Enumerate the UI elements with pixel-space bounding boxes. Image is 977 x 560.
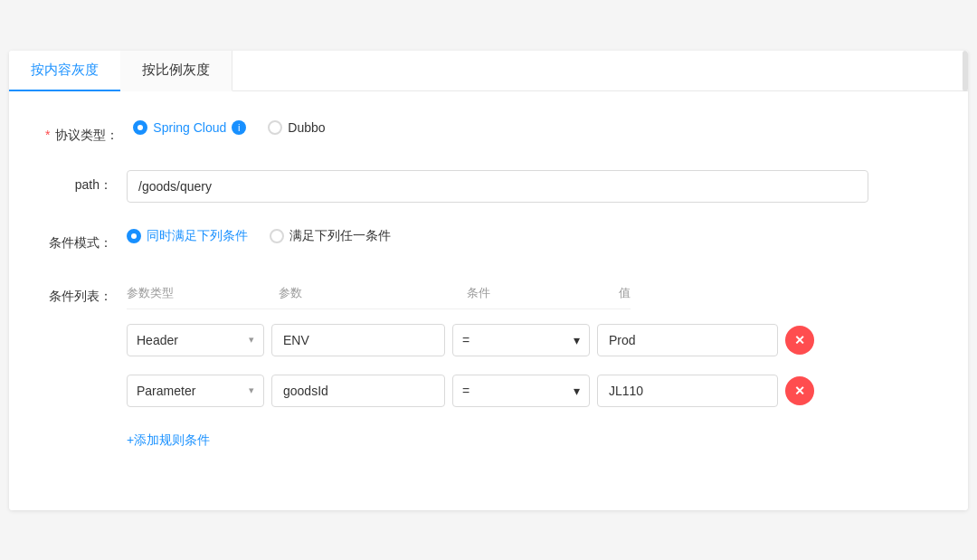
value-input-1[interactable]	[597, 324, 778, 356]
radio-spring-cloud-label: Spring Cloud	[153, 120, 226, 135]
cond-select-1-value: =	[462, 333, 470, 347]
radio-all-label: 同时满足下列条件	[147, 228, 248, 244]
add-rule-link[interactable]: +添加规则条件	[127, 432, 210, 449]
path-row: path：	[45, 170, 932, 203]
cond-select-2-value: =	[462, 384, 470, 398]
type-select-2[interactable]: Parameter ▾	[127, 375, 264, 407]
condition-mode-options: 同时满足下列条件 满足下列任一条件	[127, 228, 932, 244]
param-input-1[interactable]	[271, 324, 445, 356]
delete-row-1-button[interactable]	[785, 326, 814, 355]
path-input[interactable]	[127, 170, 868, 203]
condition-table-header: 参数类型 参数 条件 值	[127, 278, 631, 309]
radio-any-condition[interactable]: 满足下列任一条件	[270, 228, 391, 244]
form-content: * 协议类型： Spring Cloud i Dubbo path：	[9, 91, 968, 510]
header-cond: 条件	[467, 285, 612, 301]
header-type: 参数类型	[127, 285, 271, 301]
protocol-label: * 协议类型：	[45, 120, 133, 145]
value-input-2[interactable]	[597, 375, 778, 407]
radio-dubbo-label: Dubbo	[288, 120, 325, 135]
protocol-options: Spring Cloud i Dubbo	[133, 120, 932, 135]
tab-content-gray[interactable]: 按内容灰度	[9, 51, 120, 91]
type-select-2-chevron: ▾	[249, 384, 254, 396]
type-select-1[interactable]: Header ▾	[127, 324, 264, 356]
radio-any-circle	[270, 229, 284, 243]
path-label: path：	[45, 170, 127, 195]
type-select-2-value: Parameter	[137, 384, 195, 398]
radio-spring-cloud[interactable]: Spring Cloud i	[133, 120, 246, 135]
param-input-2[interactable]	[271, 375, 445, 407]
radio-any-label: 满足下列任一条件	[289, 228, 391, 244]
condition-list-control: 参数类型 参数 条件 值 Header ▾ = ▾	[127, 278, 932, 449]
main-card: 按内容灰度 按比例灰度 * 协议类型： Spring Cloud i	[9, 51, 968, 510]
tabs-bar: 按内容灰度 按比例灰度	[9, 51, 968, 91]
radio-dubbo-circle	[268, 120, 282, 135]
required-asterisk: *	[45, 128, 50, 142]
condition-row-1: Header ▾ = ▾	[127, 324, 814, 356]
cond-select-1[interactable]: = ▾	[452, 324, 590, 356]
cond-select-1-chevron: ▾	[574, 333, 580, 347]
spring-cloud-info-icon[interactable]: i	[232, 120, 246, 135]
condition-list-row: 条件列表： 参数类型 参数 条件 值 Header ▾	[45, 278, 932, 449]
path-control	[127, 170, 932, 203]
cond-select-2-chevron: ▾	[574, 384, 580, 398]
radio-spring-cloud-circle	[133, 120, 147, 135]
header-param: 参数	[279, 285, 460, 301]
protocol-row: * 协议类型： Spring Cloud i Dubbo	[45, 120, 932, 145]
tabs-wrapper: 按内容灰度 按比例灰度	[9, 51, 968, 91]
type-select-1-chevron: ▾	[249, 334, 254, 346]
cond-select-2[interactable]: = ▾	[452, 375, 590, 407]
condition-mode-row: 条件模式： 同时满足下列条件 满足下列任一条件	[45, 228, 932, 252]
radio-dubbo[interactable]: Dubbo	[268, 120, 325, 135]
radio-all-circle	[127, 229, 141, 243]
condition-mode-label: 条件模式：	[45, 228, 127, 252]
radio-all-conditions[interactable]: 同时满足下列条件	[127, 228, 248, 244]
type-select-1-value: Header	[137, 333, 178, 347]
delete-row-2-button[interactable]	[785, 376, 814, 405]
protocol-label-text: 协议类型：	[55, 128, 119, 142]
condition-row-2: Parameter ▾ = ▾	[127, 375, 814, 407]
tab-ratio-gray[interactable]: 按比例灰度	[120, 51, 232, 91]
header-val: 值	[619, 285, 631, 301]
condition-list-label: 条件列表：	[45, 278, 127, 306]
